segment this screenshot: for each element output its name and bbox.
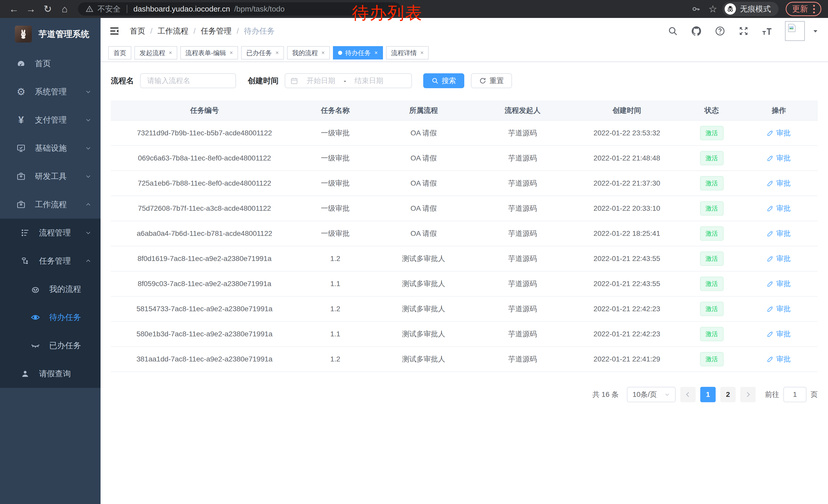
cell-task-name: 一级审批 — [298, 221, 372, 246]
page-size-select[interactable]: 10条/页 — [627, 387, 676, 402]
user-avatar[interactable] — [785, 21, 805, 41]
page-button-1[interactable]: 1 — [700, 387, 716, 402]
font-size-icon[interactable] — [761, 25, 773, 37]
goto-page-input[interactable] — [783, 387, 806, 402]
close-icon[interactable]: × — [276, 49, 279, 56]
approve-button[interactable]: 审批 — [767, 153, 791, 163]
cell-create-time: 2022-01-21 22:42:23 — [570, 296, 683, 321]
approve-button[interactable]: 审批 — [767, 128, 791, 138]
sidebar-item-label: 首页 — [35, 58, 51, 69]
breadcrumb-current: 待办任务 — [244, 26, 275, 36]
avatar-caret-icon[interactable] — [812, 28, 819, 34]
todo-task-table: 任务编号 任务名称 所属流程 流程发起人 创建时间 状态 操作 73211d9d… — [111, 100, 818, 372]
sidebar-item-my-process[interactable]: 我的流程 — [0, 275, 100, 303]
close-icon[interactable]: × — [420, 49, 424, 56]
tab-todo-tasks[interactable]: 待办任务 × — [333, 46, 383, 59]
browser-reload-icon[interactable]: ↻ — [41, 2, 55, 16]
end-date-input[interactable] — [349, 77, 388, 85]
cell-task-name: 一级审批 — [298, 196, 372, 221]
browser-forward-icon[interactable]: → — [24, 2, 38, 16]
search-button[interactable]: 搜索 — [423, 73, 464, 88]
approve-button[interactable]: 审批 — [767, 203, 791, 213]
status-badge: 激活 — [700, 352, 723, 366]
pagination-total: 共 16 条 — [592, 390, 619, 400]
tab-process-form-edit[interactable]: 流程表单-编辑 × — [180, 46, 238, 59]
page-size-value: 10条/页 — [632, 390, 657, 400]
approve-button[interactable]: 审批 — [767, 229, 791, 238]
cell-task-name: 一级审批 — [298, 146, 372, 171]
close-icon[interactable]: × — [374, 49, 378, 56]
page-button-2[interactable]: 2 — [720, 387, 736, 402]
breadcrumb-separator: / — [194, 27, 196, 35]
tab-start-process[interactable]: 发起流程 × — [134, 46, 177, 59]
next-page-button[interactable] — [740, 387, 756, 402]
sidebar-item-label: 基础设施 — [35, 143, 67, 153]
breadcrumb-home[interactable]: 首页 — [130, 26, 145, 36]
tab-my-process[interactable]: 我的流程 × — [287, 46, 330, 59]
tab-done-tasks[interactable]: 已办任务 × — [241, 46, 284, 59]
help-icon[interactable] — [714, 25, 726, 37]
tab-label: 已办任务 — [246, 49, 272, 57]
search-icon[interactable] — [667, 25, 679, 37]
sidebar-collapse-icon[interactable] — [108, 25, 121, 37]
process-name-input[interactable] — [140, 73, 236, 88]
cell-initiator: 芋道源码 — [475, 347, 570, 372]
start-date-input[interactable] — [302, 77, 340, 85]
reset-button[interactable]: 重置 — [471, 73, 512, 88]
approve-button[interactable]: 审批 — [767, 279, 791, 289]
table-row: 73211d9d-7b9b-11ec-b5b7-acde48001122 一级审… — [111, 121, 818, 146]
sidebar-logo-row[interactable]: 芋道管理系统 — [0, 22, 100, 46]
chevron-up-icon — [85, 201, 91, 208]
key-icon[interactable] — [689, 2, 703, 16]
cell-initiator: 芋道源码 — [475, 121, 570, 146]
browser-menu-icon[interactable] — [813, 5, 815, 13]
url-path: /bpm/task/todo — [234, 5, 285, 13]
sidebar-item-todo-tasks[interactable]: 待办任务 — [0, 303, 100, 331]
sidebar-item-label: 流程管理 — [39, 227, 71, 238]
cell-process: OA 请假 — [372, 221, 475, 246]
sidebar-menu: 首页 ⚙ 系统管理 ¥ 支付管理 基础设施 — [0, 46, 100, 388]
security-label[interactable]: 不安全 — [97, 4, 121, 14]
tab-label: 发起流程 — [139, 49, 165, 57]
sidebar-item-dev-tools[interactable]: 研发工具 — [0, 162, 100, 190]
sidebar-item-task-mgmt[interactable]: 任务管理 — [0, 247, 100, 275]
sidebar-item-infrastructure[interactable]: 基础设施 — [0, 134, 100, 162]
github-icon[interactable] — [691, 25, 702, 37]
status-badge: 激活 — [700, 126, 723, 140]
approve-button[interactable]: 审批 — [767, 304, 791, 314]
update-label[interactable]: 更新 — [792, 4, 808, 14]
incognito-icon — [724, 3, 736, 15]
sidebar-item-home[interactable]: 首页 — [0, 49, 100, 78]
breadcrumb-workflow[interactable]: 工作流程 — [158, 26, 188, 36]
browser-back-icon[interactable]: ← — [7, 2, 21, 16]
app-logo-avatar — [15, 26, 32, 43]
approve-button[interactable]: 审批 — [767, 178, 791, 188]
close-icon[interactable]: × — [169, 49, 172, 56]
sidebar-item-process-mgmt[interactable]: 流程管理 — [0, 219, 100, 247]
close-icon[interactable]: × — [230, 49, 233, 56]
sidebar-item-system[interactable]: ⚙ 系统管理 — [0, 78, 100, 106]
chevron-down-icon — [85, 230, 91, 236]
fullscreen-icon[interactable] — [738, 25, 749, 37]
cell-process: OA 请假 — [372, 171, 475, 196]
browser-home-icon[interactable]: ⌂ — [57, 2, 72, 16]
tab-process-detail[interactable]: 流程详情 × — [386, 46, 429, 59]
tab-home[interactable]: 首页 — [108, 46, 131, 59]
sidebar-item-leave-query[interactable]: 请假查询 — [0, 360, 100, 388]
date-range-picker[interactable]: - — [285, 73, 412, 88]
bookmark-star-icon[interactable]: ☆ — [706, 2, 720, 16]
sidebar-item-done-tasks[interactable]: 已办任务 — [0, 331, 100, 360]
sidebar-item-payment[interactable]: ¥ 支付管理 — [0, 106, 100, 134]
sidebar-item-workflow[interactable]: 工作流程 — [0, 190, 100, 219]
sidebar: 芋道管理系统 首页 ⚙ 系统管理 ¥ 支付管理 — [0, 18, 100, 504]
chevron-down-icon — [85, 173, 91, 179]
cell-task-name: 一级审批 — [298, 121, 372, 146]
close-icon[interactable]: × — [321, 49, 325, 56]
breadcrumb-task-mgmt[interactable]: 任务管理 — [201, 26, 232, 36]
browser-update-button[interactable]: 更新 — [786, 2, 821, 16]
approve-button[interactable]: 审批 — [767, 329, 791, 339]
approve-button[interactable]: 审批 — [767, 354, 791, 364]
chevron-up-icon — [85, 258, 91, 264]
approve-button[interactable]: 审批 — [767, 254, 791, 264]
prev-page-button[interactable] — [680, 387, 696, 402]
